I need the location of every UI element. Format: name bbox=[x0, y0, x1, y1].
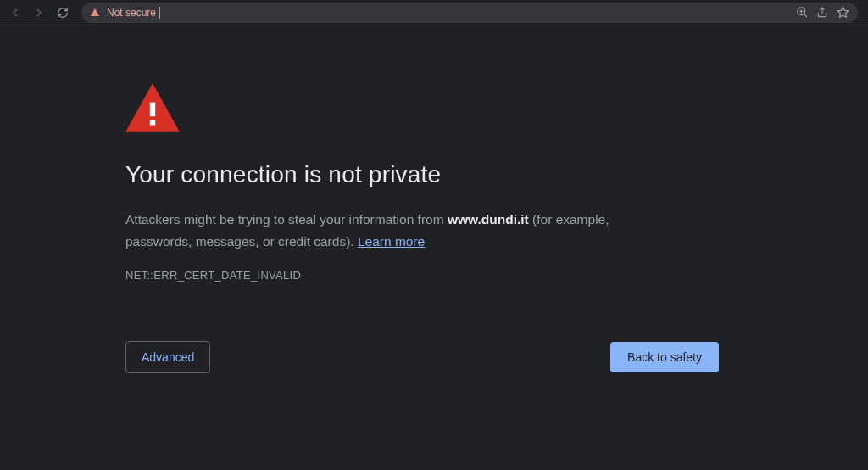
reload-icon bbox=[57, 7, 69, 19]
error-code: NET::ERR_CERT_DATE_INVALID bbox=[125, 269, 610, 282]
zoom-icon[interactable] bbox=[795, 6, 809, 20]
button-row: Advanced Back to safety bbox=[125, 341, 719, 373]
hostname: www.dundi.it bbox=[448, 212, 529, 227]
body-pre: Attackers might be trying to steal your … bbox=[125, 212, 448, 227]
arrow-left-icon bbox=[8, 6, 22, 20]
svg-marker-5 bbox=[837, 7, 849, 17]
svg-line-1 bbox=[804, 14, 807, 17]
browser-toolbar: Not secure bbox=[0, 0, 868, 25]
svg-rect-8 bbox=[150, 120, 155, 125]
share-icon[interactable] bbox=[815, 6, 829, 20]
security-chip-label: Not secure bbox=[107, 7, 156, 19]
reload-button[interactable] bbox=[53, 3, 73, 23]
svg-rect-7 bbox=[150, 103, 155, 117]
ssl-error-page: Your connection is not private Attackers… bbox=[0, 25, 610, 373]
bookmark-star-icon[interactable] bbox=[836, 6, 849, 20]
warning-body: Attackers might be trying to steal your … bbox=[125, 209, 610, 254]
address-bar[interactable]: Not secure bbox=[81, 3, 858, 23]
arrow-right-icon bbox=[32, 6, 46, 20]
learn-more-link[interactable]: Learn more bbox=[358, 234, 425, 249]
back-button[interactable] bbox=[5, 3, 25, 23]
page-title: Your connection is not private bbox=[125, 161, 610, 188]
forward-button[interactable] bbox=[29, 3, 49, 23]
warning-triangle-icon bbox=[125, 83, 180, 132]
address-bar-cursor bbox=[159, 7, 160, 19]
back-to-safety-button[interactable]: Back to safety bbox=[610, 342, 719, 372]
not-secure-icon bbox=[90, 8, 100, 18]
advanced-button[interactable]: Advanced bbox=[125, 341, 210, 373]
